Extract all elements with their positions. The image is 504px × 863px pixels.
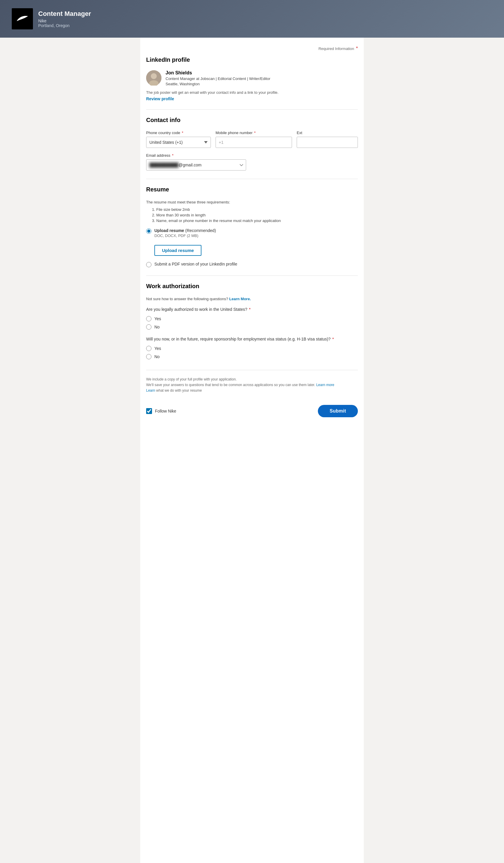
resume-requirement-2: More than 30 words in length bbox=[152, 213, 358, 217]
follow-wrapper[interactable]: Follow Nike bbox=[146, 408, 176, 414]
q2-no-label[interactable]: No bbox=[154, 354, 160, 359]
question-2-options: Yes No bbox=[146, 346, 358, 359]
linkedin-pdf-radio[interactable] bbox=[146, 262, 151, 267]
resume-requirement-1: File size below 2mb bbox=[152, 207, 358, 212]
required-star: * bbox=[355, 46, 358, 51]
q1-no-option[interactable]: No bbox=[146, 324, 358, 329]
upload-resume-formats: DOC, DOCX, PDF (2 MB) bbox=[154, 234, 216, 238]
email-select[interactable]: ██████████ @gmail.com bbox=[146, 159, 246, 171]
upload-resume-label-text: Upload resume bbox=[154, 228, 184, 233]
phone-country-code-label: Phone country code * bbox=[146, 130, 211, 135]
resume-requirements-list: File size below 2mb More than 30 words i… bbox=[146, 207, 358, 223]
learn-more-link[interactable]: Learn More. bbox=[229, 297, 251, 301]
upload-resume-radio[interactable] bbox=[146, 228, 151, 234]
main-container: Required Information * LinkedIn profile … bbox=[140, 38, 364, 863]
linkedin-pdf-label[interactable]: Submit a PDF version of your LinkedIn pr… bbox=[154, 262, 237, 266]
footer-line-3: Learn what we do with your resume bbox=[146, 388, 358, 393]
review-profile-link[interactable]: Review profile bbox=[146, 97, 174, 101]
q1-no-radio[interactable] bbox=[146, 324, 151, 329]
question-1-options: Yes No bbox=[146, 316, 358, 329]
mobile-phone-input[interactable] bbox=[216, 137, 292, 148]
svg-point-1 bbox=[151, 73, 157, 79]
company-name: Nike bbox=[38, 18, 91, 23]
company-logo bbox=[12, 8, 33, 29]
question-block-1: Are you legally authorized to work in th… bbox=[146, 307, 358, 329]
email-label: Email address * bbox=[146, 153, 246, 158]
footer-info: We include a copy of your full profile w… bbox=[146, 370, 358, 394]
follow-label[interactable]: Follow Nike bbox=[155, 409, 176, 413]
footer-learn-link[interactable]: Learn bbox=[146, 388, 155, 392]
upload-resume-label[interactable]: Upload resume (Recommended) bbox=[154, 228, 216, 233]
profile-location: Seattle, Washington bbox=[166, 82, 270, 86]
email-notice: The job poster will get an email with yo… bbox=[146, 90, 358, 95]
footer-line-1: We include a copy of your full profile w… bbox=[146, 377, 358, 382]
ext-group: Ext bbox=[297, 130, 358, 148]
q2-no-radio[interactable] bbox=[146, 354, 151, 359]
upload-resume-option[interactable]: Upload resume (Recommended) DOC, DOCX, P… bbox=[146, 228, 358, 238]
resume-section: Resume The resume must meet these three … bbox=[146, 186, 358, 267]
ext-input[interactable] bbox=[297, 137, 358, 148]
email-group: Email address * ██████████ @gmail.com bbox=[146, 153, 246, 171]
divider-2 bbox=[146, 179, 358, 179]
resume-options: Upload resume (Recommended) DOC, DOCX, P… bbox=[146, 228, 358, 238]
job-location: Portland, Oregon bbox=[38, 23, 91, 28]
header: Content Manager Nike Portland, Oregon bbox=[0, 0, 504, 38]
avatar bbox=[146, 70, 161, 86]
profile-headline: Content Manager at Jobscan | Editorial C… bbox=[166, 76, 270, 81]
linkedin-section-heading: LinkedIn profile bbox=[146, 57, 358, 65]
upload-resume-button[interactable]: Upload resume bbox=[154, 245, 201, 256]
contact-section-heading: Contact info bbox=[146, 117, 358, 126]
footer-learn-more-link[interactable]: Learn more bbox=[316, 383, 334, 387]
required-info-text: Required Information * bbox=[318, 46, 358, 51]
email-blurred-part: ██████████ bbox=[149, 163, 178, 167]
q1-yes-option[interactable]: Yes bbox=[146, 316, 358, 321]
phone-row: Phone country code * United States (+1) … bbox=[146, 130, 358, 148]
email-row: Email address * ██████████ @gmail.com bbox=[146, 153, 358, 171]
follow-checkbox[interactable] bbox=[146, 408, 152, 414]
email-domain: @gmail.com bbox=[178, 163, 201, 167]
linkedin-pdf-option[interactable]: Submit a PDF version of your LinkedIn pr… bbox=[146, 262, 358, 267]
question-2-text: Will you now, or in the future, require … bbox=[146, 336, 358, 342]
resume-section-heading: Resume bbox=[146, 186, 358, 195]
resume-requirements-intro: The resume must meet these three require… bbox=[146, 200, 358, 204]
resume-requirement-3: Name, email or phone number in the resum… bbox=[152, 218, 358, 223]
footer-line-2: We'll save your answers to questions tha… bbox=[146, 382, 358, 388]
work-auth-notice: Not sure how to answer the following que… bbox=[146, 297, 358, 301]
job-title: Content Manager bbox=[38, 10, 91, 18]
q2-no-option[interactable]: No bbox=[146, 354, 358, 359]
submit-button[interactable]: Submit bbox=[318, 405, 358, 417]
contact-section: Contact info Phone country code * United… bbox=[146, 117, 358, 171]
upload-resume-label-group: Upload resume (Recommended) DOC, DOCX, P… bbox=[154, 228, 216, 238]
phone-country-code-group: Phone country code * United States (+1) … bbox=[146, 130, 211, 148]
q1-yes-label[interactable]: Yes bbox=[154, 316, 161, 321]
divider-1 bbox=[146, 109, 358, 110]
question-1-text: Are you legally authorized to work in th… bbox=[146, 307, 358, 313]
ext-label: Ext bbox=[297, 130, 358, 135]
q1-no-label[interactable]: No bbox=[154, 325, 160, 329]
upload-resume-recommended: (Recommended) bbox=[185, 228, 216, 233]
profile-card: Jon Shields Content Manager at Jobscan |… bbox=[146, 70, 358, 86]
q2-yes-label[interactable]: Yes bbox=[154, 346, 161, 351]
bottom-actions: Follow Nike Submit bbox=[146, 400, 358, 422]
email-select-wrapper[interactable]: ██████████ @gmail.com bbox=[146, 159, 246, 171]
q2-yes-option[interactable]: Yes bbox=[146, 346, 358, 351]
question-block-2: Will you now, or in the future, require … bbox=[146, 336, 358, 359]
mobile-phone-group: Mobile phone number * bbox=[216, 130, 292, 148]
profile-info: Jon Shields Content Manager at Jobscan |… bbox=[166, 70, 270, 86]
work-auth-heading: Work authorization bbox=[146, 283, 358, 292]
q2-yes-radio[interactable] bbox=[146, 346, 151, 351]
required-info-row: Required Information * bbox=[146, 46, 358, 51]
phone-country-code-select[interactable]: United States (+1) Canada (+1) United Ki… bbox=[146, 137, 211, 148]
profile-name: Jon Shields bbox=[166, 70, 270, 76]
header-text: Content Manager Nike Portland, Oregon bbox=[38, 10, 91, 28]
work-auth-section: Work authorization Not sure how to answe… bbox=[146, 283, 358, 359]
linkedin-section: LinkedIn profile Jon Shields Content Man… bbox=[146, 57, 358, 101]
mobile-phone-label: Mobile phone number * bbox=[216, 130, 292, 135]
q1-yes-radio[interactable] bbox=[146, 316, 151, 321]
